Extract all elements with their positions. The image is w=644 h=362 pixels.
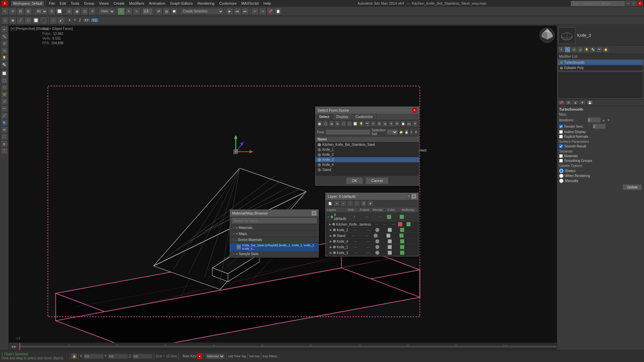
layer-list[interactable]: ✓ 0 (default) ✓ — — ▶ Kitchen_Knife...ta…: [326, 213, 418, 256]
dg-none-btn[interactable]: ◯: [323, 121, 328, 127]
tool11[interactable]: ◈: [1, 140, 8, 147]
layer-move-down-btn[interactable]: ↓: [354, 200, 360, 206]
panel-icon-modify[interactable]: 🔧: [565, 47, 571, 53]
panel-icon-hierarchy[interactable]: ⚙: [571, 47, 577, 53]
nav-cube[interactable]: TOP L R: [539, 27, 555, 44]
mb-close-button[interactable]: ✕: [312, 211, 316, 216]
spinner-input[interactable]: [143, 8, 153, 15]
utilities-panel-btn[interactable]: 🔩: [1, 61, 8, 68]
menu-group[interactable]: Group: [82, 1, 96, 6]
select-by-name-btn[interactable]: ☰: [48, 8, 55, 15]
soft-select-btn[interactable]: ◌: [50, 17, 57, 24]
color-box[interactable]: [387, 215, 391, 219]
panel-icon-create[interactable]: ✦: [558, 47, 564, 53]
dg-bone-btn[interactable]: ◈: [382, 121, 388, 127]
tool5[interactable]: ↺: [1, 98, 8, 105]
color-box[interactable]: [398, 222, 402, 226]
layer-item-knife3[interactable]: ▶ Knife_3 — —: [326, 250, 418, 256]
save-btn[interactable]: 💾: [586, 100, 593, 105]
coord-y-input[interactable]: [108, 354, 128, 359]
rotate-snap[interactable]: ↺: [89, 8, 96, 15]
layer-item-stand[interactable]: ▶ Stand — —: [326, 233, 418, 239]
workspace-selector[interactable]: Workspace: Default: [11, 1, 44, 6]
tool2[interactable]: ◯: [1, 77, 8, 84]
ts-isoline-check[interactable]: [559, 130, 563, 134]
list-item-knife1[interactable]: Knife_1: [316, 147, 419, 152]
pin-stack-btn[interactable]: 📌: [558, 100, 565, 105]
menu-tools[interactable]: Tools: [69, 1, 82, 6]
dialog-close-button[interactable]: ✕: [412, 108, 417, 113]
move-tool[interactable]: ✛: [9, 8, 16, 15]
vertex-btn[interactable]: ◉: [9, 17, 16, 24]
mb-item-maps[interactable]: + + Maps: [230, 231, 318, 237]
radiosity-box[interactable]: [400, 245, 404, 249]
mb-knife-material[interactable]: 🔷 Knife_Set_Steel (VRayMtl) [Knife_1, Kn…: [230, 243, 318, 251]
go-start-btn[interactable]: ⏮: [234, 8, 241, 15]
sel-set-icon-btn2[interactable]: 💾: [405, 129, 409, 135]
element-btn[interactable]: ⬛: [40, 17, 47, 24]
layer-close-btn[interactable]: ✕: [412, 194, 416, 199]
panel-icon-utilities[interactable]: 🔩: [590, 47, 596, 53]
layer-highlight-btn[interactable]: ★: [367, 200, 373, 206]
radiosity-box[interactable]: [400, 228, 404, 232]
panel-icon-display[interactable]: 💡: [584, 47, 590, 53]
dg-options-btn[interactable]: ▼: [412, 121, 418, 127]
auto-key-btn[interactable]: ●: [197, 354, 202, 359]
layer-help-btn[interactable]: ?: [406, 194, 411, 199]
ts-iter-spinner-down[interactable]: ▼: [607, 118, 610, 122]
radiosity-box[interactable]: [400, 239, 404, 243]
snap-toggle[interactable]: ▣: [73, 8, 80, 15]
dg-invert-btn[interactable]: ◑: [329, 121, 334, 127]
ts-when-rendering-radio[interactable]: [559, 174, 564, 178]
menu-help[interactable]: Help: [261, 1, 273, 6]
select-filter-btn[interactable]: ◎: [65, 8, 73, 15]
dialog-tab-customize[interactable]: Customize: [352, 114, 377, 120]
ts-update-button[interactable]: Update: [623, 184, 642, 190]
sel-set-dropdown[interactable]: [387, 129, 398, 135]
layer-delete-btn[interactable]: ✕: [334, 200, 340, 206]
unlink-tool[interactable]: ⛓: [24, 8, 32, 15]
key-mode-dropdown[interactable]: Selected: [205, 353, 225, 359]
coord-z-input[interactable]: [132, 354, 153, 359]
go-end-btn[interactable]: ⏭: [241, 8, 249, 15]
close-button[interactable]: ✕: [637, 1, 643, 6]
configure-btn[interactable]: ⚙: [566, 100, 572, 105]
color-box[interactable]: [388, 245, 392, 249]
dg-camera-btn[interactable]: 📷: [365, 121, 370, 127]
sel-set-icon-btn1[interactable]: 📁: [399, 129, 403, 135]
radiosity-box[interactable]: [399, 234, 404, 238]
display-panel-btn[interactable]: 💡: [1, 54, 8, 61]
ts-manually-radio[interactable]: [559, 179, 564, 183]
axis-xy[interactable]: XY: [83, 18, 90, 22]
color-box[interactable]: [388, 228, 392, 232]
radiosity-box[interactable]: [400, 215, 404, 219]
mb-item-materials[interactable]: + + Materials: [230, 225, 318, 231]
motion-panel-btn[interactable]: ◎: [1, 47, 8, 54]
paint-select-btn[interactable]: 🖌: [57, 17, 65, 24]
select-move-btn[interactable]: ↔: [117, 8, 125, 15]
modify-panel-btn[interactable]: 🔧: [1, 33, 8, 40]
dg-case-btn[interactable]: Aa: [406, 121, 412, 127]
menu-create[interactable]: Create: [111, 1, 126, 6]
timeline[interactable]: ◀ ▶ 0 10 20 30 40 50 60 70 80 90 100: [9, 343, 557, 350]
tool7[interactable]: 🖊: [1, 112, 8, 119]
ts-materials-check[interactable]: [559, 154, 563, 158]
menu-animation[interactable]: Animation: [147, 1, 167, 6]
select-region-btn[interactable]: ⬜: [56, 8, 63, 15]
viewport-3d[interactable]: [+] [Perspective] [Shaded + Edged Faces]…: [9, 25, 557, 350]
tool8[interactable]: 🔷: [1, 119, 8, 126]
minimize-button[interactable]: ─: [625, 1, 631, 6]
maximize-button[interactable]: □: [631, 1, 637, 6]
sub-object-btn[interactable]: ⬡: [1, 17, 9, 24]
list-item-knife2[interactable]: Knife_2: [316, 152, 419, 157]
list-item-knife3[interactable]: Knife_3: [316, 157, 419, 162]
mb-item-sample-slots[interactable]: + + Sample Slots: [230, 251, 318, 257]
dg-toggle-btn[interactable]: ⛶: [341, 121, 346, 127]
dg-layer-btn[interactable]: 📋: [400, 121, 406, 127]
timeline-start-btn[interactable]: ◀: [11, 345, 13, 348]
material-editor-btn[interactable]: 🔲: [170, 8, 178, 15]
layer-item-knife4[interactable]: ▶ Knife_4 — —: [326, 239, 418, 244]
search-input[interactable]: [571, 1, 625, 6]
play-btn[interactable]: ▶: [226, 8, 233, 15]
dg-select-children-btn[interactable]: ⊞: [335, 121, 340, 127]
